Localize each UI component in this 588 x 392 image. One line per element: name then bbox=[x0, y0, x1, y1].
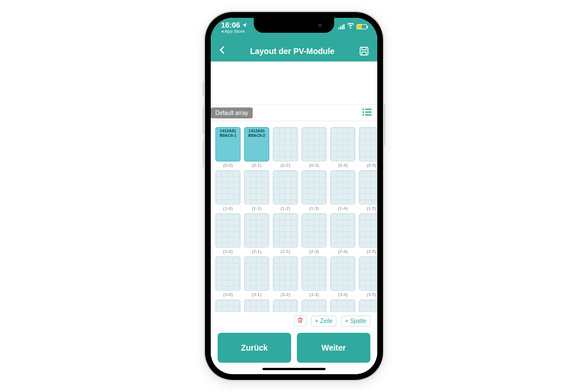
clock: 16:06 bbox=[221, 21, 240, 29]
module-cell[interactable] bbox=[215, 256, 241, 291]
module-cell[interactable] bbox=[273, 256, 298, 291]
module-cell[interactable]: 1412A01B0AC8-1 bbox=[215, 127, 241, 162]
cell-coord: (3-0) bbox=[223, 292, 233, 297]
module-cell[interactable] bbox=[330, 299, 355, 312]
module-cell[interactable] bbox=[301, 127, 327, 162]
cell-coord: (2-3) bbox=[310, 249, 319, 254]
module-cell[interactable] bbox=[330, 256, 355, 291]
module-cell[interactable] bbox=[330, 213, 355, 248]
array-bar: Default array bbox=[211, 104, 377, 121]
module-cell[interactable] bbox=[244, 170, 269, 205]
module-cell[interactable] bbox=[215, 170, 241, 205]
cell-coord: (2-2) bbox=[281, 249, 291, 254]
module-cell[interactable] bbox=[244, 213, 269, 248]
module-cell[interactable]: 1412A01B0AC8-2 bbox=[244, 127, 269, 162]
module-cell[interactable] bbox=[359, 213, 377, 248]
next-footer-button[interactable]: Weiter bbox=[297, 333, 370, 363]
nav-bar: Layout der PV-Module bbox=[211, 41, 377, 62]
volume-down bbox=[203, 140, 205, 167]
battery-icon bbox=[357, 24, 367, 29]
module-grid-scroll[interactable]: 1412A01B0AC8-1(0-0)1412A01B0AC8-2(0-1)(0… bbox=[211, 121, 377, 312]
cell-coord: (1-3) bbox=[310, 206, 319, 211]
list-view-icon[interactable] bbox=[362, 108, 372, 118]
module-cell[interactable] bbox=[359, 127, 377, 162]
module-cell[interactable] bbox=[330, 127, 355, 162]
cell-signal-icon bbox=[338, 24, 345, 29]
cell-coord: (1-2) bbox=[281, 206, 291, 211]
module-cell[interactable] bbox=[301, 256, 327, 291]
page-title: Layout der PV-Module bbox=[250, 47, 334, 56]
cell-coord: (0-3) bbox=[310, 163, 319, 168]
module-cell[interactable] bbox=[359, 299, 377, 312]
cell-coord: (2-4) bbox=[338, 249, 348, 254]
footer-buttons: Zurück Weiter bbox=[211, 329, 377, 364]
cell-coord: (3-2) bbox=[281, 292, 291, 297]
svg-rect-3 bbox=[362, 112, 364, 113]
module-cell[interactable] bbox=[244, 299, 269, 312]
module-cell[interactable] bbox=[273, 170, 298, 205]
back-footer-button[interactable]: Zurück bbox=[218, 333, 291, 363]
svg-rect-1 bbox=[362, 109, 364, 110]
cell-coord: (1-5) bbox=[367, 206, 377, 211]
cell-coord: (0-2) bbox=[281, 163, 291, 168]
cell-coord: (2-0) bbox=[223, 249, 233, 254]
save-button[interactable] bbox=[359, 46, 369, 56]
svg-rect-0 bbox=[360, 47, 368, 55]
array-chip[interactable]: Default array bbox=[211, 107, 253, 118]
phone-frame: 16:06 ◂ App Store Layout der PV-Module bbox=[205, 12, 383, 380]
module-cell[interactable] bbox=[359, 256, 377, 291]
cell-coord: (1-4) bbox=[338, 206, 348, 211]
cell-coord: (0-0) bbox=[223, 163, 233, 168]
cell-coord: (0-1) bbox=[252, 163, 262, 168]
module-cell[interactable] bbox=[301, 170, 327, 205]
module-cell[interactable] bbox=[273, 213, 298, 248]
cell-coord: (3-3) bbox=[310, 292, 319, 297]
cell-coord: (3-5) bbox=[367, 292, 377, 297]
svg-rect-4 bbox=[365, 112, 372, 113]
add-row-button[interactable]: + Zeile bbox=[311, 316, 336, 326]
module-cell[interactable] bbox=[244, 256, 269, 291]
cell-coord: (0-4) bbox=[338, 163, 348, 168]
camera-dot bbox=[318, 24, 322, 27]
module-cell[interactable] bbox=[215, 213, 241, 248]
add-col-button[interactable]: + Spalte bbox=[341, 316, 370, 326]
cell-coord: (3-4) bbox=[338, 292, 348, 297]
home-indicator[interactable] bbox=[211, 364, 377, 374]
cell-coord: (2-5) bbox=[367, 249, 377, 254]
delete-button[interactable] bbox=[294, 315, 307, 326]
back-button[interactable] bbox=[219, 45, 226, 57]
content-area: Default array 1412A01B0AC8-1(0-0)1412A01… bbox=[211, 62, 377, 374]
module-cell[interactable] bbox=[273, 127, 298, 162]
module-cell[interactable] bbox=[273, 299, 298, 312]
cell-coord: (1-0) bbox=[223, 206, 233, 211]
module-cell[interactable] bbox=[301, 213, 327, 248]
module-grid: 1412A01B0AC8-1(0-0)1412A01B0AC8-2(0-1)(0… bbox=[215, 127, 377, 312]
cell-coord: (1-1) bbox=[252, 206, 262, 211]
module-cell[interactable] bbox=[301, 299, 327, 312]
svg-rect-6 bbox=[365, 114, 372, 116]
notch bbox=[254, 18, 334, 33]
module-cell[interactable] bbox=[330, 170, 355, 205]
return-to-app[interactable]: ◂ App Store bbox=[221, 29, 247, 34]
cell-coord: (3-1) bbox=[252, 292, 262, 297]
mute-switch bbox=[203, 81, 205, 97]
cell-coord: (0-5) bbox=[367, 163, 377, 168]
power-button bbox=[383, 104, 385, 145]
cell-coord: (2-1) bbox=[252, 249, 262, 254]
screen: 16:06 ◂ App Store Layout der PV-Module bbox=[211, 18, 377, 374]
wifi-icon bbox=[347, 23, 354, 30]
location-icon bbox=[242, 22, 247, 28]
module-cell[interactable] bbox=[215, 299, 241, 312]
module-cell[interactable] bbox=[359, 170, 377, 205]
svg-rect-5 bbox=[362, 114, 364, 116]
empty-panel bbox=[211, 62, 377, 104]
svg-rect-2 bbox=[365, 109, 372, 110]
grid-toolbar: + Zeile + Spalte bbox=[211, 312, 377, 329]
volume-up bbox=[203, 107, 205, 134]
